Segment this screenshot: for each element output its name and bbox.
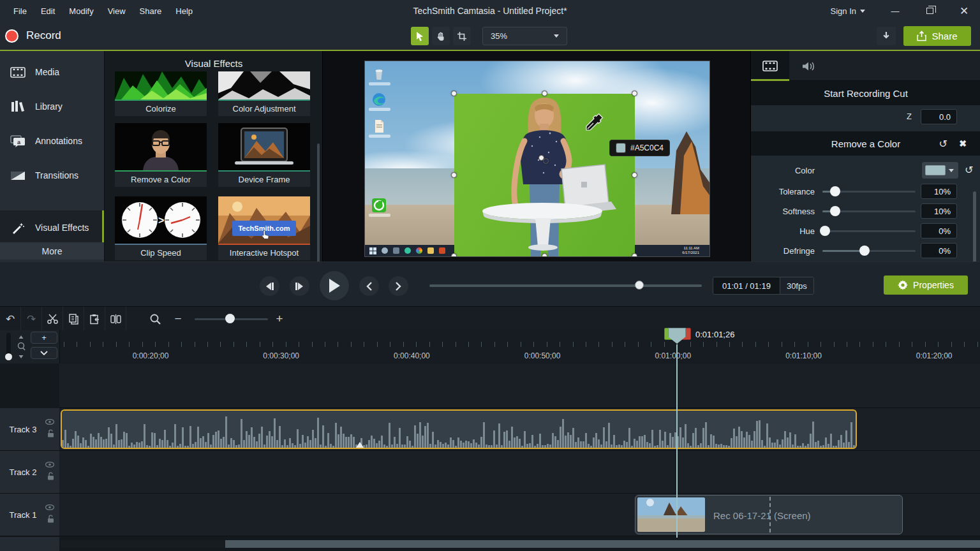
clip-marker[interactable]	[356, 442, 364, 448]
menu-file[interactable]: File	[6, 6, 34, 16]
timeline-zoom-button[interactable]	[145, 307, 165, 331]
lock-icon[interactable]	[47, 472, 54, 480]
next-frame-button[interactable]	[290, 276, 309, 296]
annotations-icon: a	[10, 135, 26, 147]
z-value-input[interactable]: 0.0	[921, 109, 957, 124]
previous-frame-button[interactable]	[260, 276, 279, 296]
lock-icon[interactable]	[47, 429, 54, 437]
video-preview[interactable]: 11:11 AM 6/17/2021	[364, 61, 710, 257]
zoom-out-button[interactable]: −	[169, 307, 187, 331]
slider-handle[interactable]	[830, 186, 840, 196]
play-button[interactable]	[320, 271, 349, 300]
properties-button[interactable]: Properties	[884, 276, 968, 295]
tab-audio-properties[interactable]	[789, 51, 828, 81]
sign-in-button[interactable]: Sign In	[831, 0, 865, 22]
eye-icon[interactable]	[45, 504, 54, 510]
timeline-ruler[interactable]: 0:00:20;000:00:30;000:00:40;000:00:50;00…	[59, 330, 980, 364]
scrubber-track[interactable]	[429, 284, 702, 287]
resize-handle-se[interactable]	[632, 253, 637, 257]
effect-card-color-adjustment[interactable]: Color Adjustment	[218, 71, 310, 116]
sidebar-item-visual-effects[interactable]: Visual Effects	[0, 210, 104, 245]
close-button[interactable]: ✕	[953, 3, 975, 19]
minimize-button[interactable]: —	[884, 3, 906, 19]
zoom-to-fit-icon[interactable]	[17, 335, 26, 358]
hue-value[interactable]: 0%	[921, 223, 957, 239]
effect-card-remove-a-color[interactable]: Remove a Color	[115, 123, 207, 187]
canvas-zoom-select[interactable]: 35%	[482, 27, 567, 45]
track-height-handle[interactable]	[5, 353, 12, 360]
lock-icon[interactable]	[47, 515, 54, 523]
effect-card-colorize[interactable]: Colorize	[115, 71, 207, 116]
defringe-slider[interactable]	[822, 246, 916, 256]
hue-slider[interactable]	[822, 226, 916, 236]
timeline-zoom-handle[interactable]	[225, 314, 235, 323]
resize-handle-w[interactable]	[451, 172, 457, 178]
remove-effect-icon[interactable]: ✖	[959, 138, 967, 149]
paste-button[interactable]	[84, 307, 105, 331]
reset-color-icon[interactable]: ↺	[965, 164, 973, 176]
slider-handle[interactable]	[820, 226, 830, 236]
timeline-scrollbar[interactable]	[61, 540, 980, 548]
properties-scrollbar[interactable]	[973, 191, 976, 269]
redo-button[interactable]: ↷	[21, 307, 42, 331]
edge-icon	[405, 247, 411, 254]
undo-button[interactable]: ↶	[0, 307, 21, 331]
cut-button[interactable]	[42, 307, 63, 331]
reset-effect-icon[interactable]: ↺	[939, 138, 947, 150]
playhead-line[interactable]	[676, 344, 678, 538]
record-button[interactable]: Record	[5, 24, 61, 47]
share-button[interactable]: Share	[903, 26, 971, 46]
effect-card-device-frame[interactable]: Device Frame	[218, 123, 310, 187]
copy-button[interactable]	[63, 307, 84, 331]
collapse-tracks-button[interactable]	[31, 347, 57, 359]
cursor-tool-button[interactable]	[411, 27, 429, 45]
tolerance-value[interactable]: 10%	[921, 184, 957, 199]
effects-scrollbar[interactable]	[317, 143, 320, 265]
timeline-scroll-thumb[interactable]	[225, 540, 980, 548]
resize-handle-n[interactable]	[542, 91, 547, 96]
export-download-button[interactable]	[877, 27, 896, 45]
zoom-in-button[interactable]: +	[271, 307, 288, 331]
sidebar-item-media[interactable]: Media	[0, 55, 104, 89]
menu-share[interactable]: Share	[133, 6, 169, 16]
hand-cursor-icon	[260, 230, 269, 240]
eye-icon[interactable]	[45, 462, 54, 467]
softness-slider[interactable]	[822, 206, 916, 216]
eye-icon[interactable]	[45, 419, 54, 425]
green-screen-media[interactable]	[454, 94, 635, 257]
resize-handle-sw[interactable]	[451, 253, 457, 257]
sidebar-item-library[interactable]: Library	[0, 89, 104, 124]
screen-recording-clip[interactable]: Rec 06-17-21 (Screen)	[635, 495, 903, 534]
softness-value[interactable]: 10%	[921, 203, 957, 219]
audio-clip-selected[interactable]	[61, 409, 857, 449]
add-track-button[interactable]: +	[31, 332, 57, 344]
color-picker-dropdown[interactable]	[922, 162, 958, 179]
tolerance-slider[interactable]	[822, 186, 916, 196]
jump-back-button[interactable]	[359, 276, 379, 296]
scrubber-handle[interactable]	[635, 281, 644, 290]
sidebar-item-transitions[interactable]: Transitions	[0, 158, 104, 193]
crop-tool-button[interactable]	[453, 27, 471, 45]
resize-handle-s[interactable]	[542, 253, 547, 257]
timeline-toolbar: ↶ ↷ − +	[0, 306, 980, 330]
menu-view[interactable]: View	[101, 6, 133, 16]
effect-card-interactive-hotspot[interactable]: TechSmith.com Interactive Hotspot	[218, 196, 310, 260]
sidebar-item-annotations[interactable]: a Annotations	[0, 124, 104, 158]
jump-forward-button[interactable]	[389, 276, 408, 296]
menu-edit[interactable]: Edit	[34, 6, 62, 16]
pan-tool-button[interactable]	[432, 27, 450, 45]
restore-button[interactable]	[919, 3, 940, 19]
effect-card-clip-speed[interactable]: > Clip Speed	[115, 196, 207, 260]
menu-modify[interactable]: Modify	[62, 6, 100, 16]
sidebar-more-button[interactable]: More	[0, 242, 104, 260]
slider-handle[interactable]	[859, 246, 870, 256]
track2-lane[interactable]	[59, 451, 980, 494]
menu-help[interactable]: Help	[168, 6, 200, 16]
defringe-value[interactable]: 0%	[921, 243, 957, 258]
split-button[interactable]	[105, 307, 126, 331]
resize-handle-ne[interactable]	[632, 91, 637, 96]
tab-visual-properties[interactable]	[751, 51, 789, 81]
resize-handle-e[interactable]	[632, 172, 637, 178]
slider-handle[interactable]	[830, 206, 840, 216]
resize-handle-nw[interactable]	[451, 91, 457, 96]
